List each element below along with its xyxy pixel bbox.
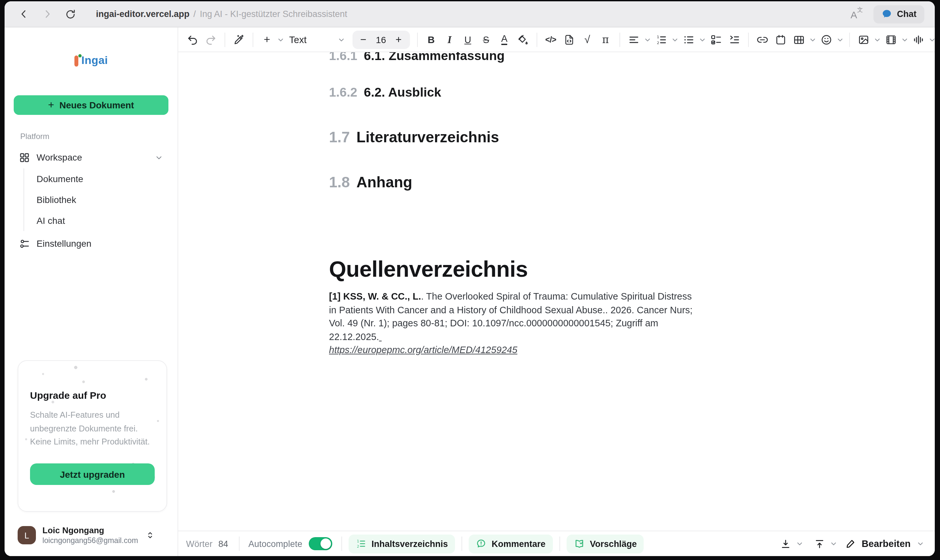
user-menu[interactable]: L Loic Ngongang loicngongang56@gmail.com	[12, 522, 170, 548]
edit-mode-button[interactable]: Bearbeiten	[845, 538, 924, 549]
font-size-increase-button[interactable]: +	[390, 31, 407, 48]
document-canvas[interactable]: 1.6.1 6.1. Zusammenfassung 1.6.2 6.2. Au…	[178, 52, 935, 531]
upgrade-body: Schalte AI-Features und unbegrenzte Doku…	[30, 409, 155, 449]
workspace-sublist: Dokumente Bibliothek AI chat	[23, 168, 170, 231]
word-count: Wörter 84	[182, 539, 232, 549]
doc-heading-anhang[interactable]: 1.8 Anhang	[329, 172, 698, 192]
sidebar-item-ai-chat[interactable]: AI chat	[24, 210, 170, 231]
italic-button[interactable]: I	[441, 31, 458, 48]
logo-icon	[74, 55, 78, 66]
reload-icon[interactable]	[62, 6, 79, 23]
bullet-list-chevron-icon[interactable]	[698, 35, 706, 43]
status-bar: Wörter 84 Autocomplete 12	[178, 531, 935, 556]
chevrons-up-down-icon	[146, 531, 155, 540]
import-icon[interactable]	[811, 536, 827, 552]
font-size-stepper: − 16 +	[352, 30, 409, 49]
bold-button[interactable]: B	[423, 31, 440, 48]
align-icon[interactable]	[625, 31, 642, 48]
redo-button[interactable]	[202, 31, 219, 48]
edit-mode-label: Bearbeiten	[862, 538, 911, 549]
table-chevron-icon[interactable]	[808, 35, 816, 43]
comments-label: Kommentare	[492, 539, 545, 549]
sidebar: Ingai + Neues Dokument Platform Workspac…	[5, 28, 178, 556]
image-icon[interactable]	[855, 31, 872, 48]
sqrt-button[interactable]: √	[579, 31, 595, 48]
translate-icon[interactable]: A文	[851, 8, 863, 20]
doc-heading-literaturverzeichnis[interactable]: 1.7 Literaturverzeichnis	[329, 127, 698, 148]
sliders-icon	[19, 238, 30, 249]
comments-button[interactable]: Kommentare	[469, 534, 552, 553]
emoji-chevron-icon[interactable]	[836, 35, 844, 43]
block-type-chevron-icon	[337, 35, 345, 43]
upgrade-button[interactable]: Jetzt upgraden	[30, 463, 155, 485]
autocomplete-toggle[interactable]	[309, 537, 332, 550]
insert-chevron-icon[interactable]	[277, 35, 285, 43]
einstellungen-label: Einstellungen	[37, 238, 91, 249]
svg-text:1: 1	[357, 539, 359, 543]
sidebar-item-dokumente[interactable]: Dokumente	[24, 168, 170, 189]
back-icon[interactable]	[15, 6, 32, 23]
heading-number: 1.6.1	[329, 52, 357, 64]
toc-label: Inhaltsverzeichnis	[371, 539, 448, 549]
table-icon[interactable]	[790, 31, 807, 48]
chat-button[interactable]: Chat	[874, 5, 924, 23]
url-host: ingai-editor.vercel.app	[96, 9, 190, 19]
highlight-icon[interactable]	[514, 31, 531, 48]
new-document-label: Neues Dokument	[59, 100, 134, 110]
book-check-icon	[574, 538, 585, 549]
block-type-value: Text	[289, 34, 306, 45]
forward-icon[interactable]	[38, 6, 55, 23]
insert-plus-button[interactable]: +	[258, 31, 275, 48]
link-icon[interactable]	[754, 31, 771, 48]
emoji-icon[interactable]	[818, 31, 835, 48]
heading-text: Anhang	[357, 172, 412, 192]
block-type-select[interactable]: Text	[285, 31, 349, 48]
reference-entry[interactable]: [1] KSS, W. & CC., L.. The Overlooked Sp…	[329, 290, 698, 357]
import-chevron-icon[interactable]	[830, 540, 837, 548]
audio-icon[interactable]	[910, 31, 927, 48]
video-icon[interactable]	[882, 31, 899, 48]
bullet-list-icon[interactable]	[680, 31, 697, 48]
align-chevron-icon[interactable]	[643, 35, 651, 43]
date-icon[interactable]	[772, 31, 789, 48]
logo-text: Ingai	[81, 54, 108, 67]
ordered-list-chevron-icon[interactable]	[671, 35, 678, 43]
svg-text:2: 2	[657, 40, 659, 45]
audio-chevron-icon[interactable]	[928, 35, 935, 43]
image-chevron-icon[interactable]	[873, 35, 881, 43]
download-icon[interactable]	[777, 536, 793, 552]
doc-heading-quellenverzeichnis[interactable]: Quellenverzeichnis	[329, 255, 698, 283]
ai-wand-icon[interactable]	[231, 31, 248, 48]
toc-button[interactable]: 12 Inhaltsverzeichnis	[349, 534, 455, 553]
new-document-button[interactable]: + Neues Dokument	[14, 95, 168, 115]
page-title: Ing AI - KI-gestützter Schreibassistent	[200, 9, 347, 19]
code-block-icon[interactable]	[560, 31, 577, 48]
task-list-icon[interactable]	[707, 31, 724, 48]
grid-icon	[19, 152, 30, 163]
address-bar[interactable]: ingai-editor.vercel.app / Ing AI - KI-ge…	[96, 9, 347, 19]
font-size-decrease-button[interactable]: −	[355, 31, 372, 48]
editor-area: + Text − 16 +	[178, 28, 935, 556]
font-size-value: 16	[372, 34, 390, 45]
reference-link[interactable]: https://europepmc.org/article/MED/412592…	[329, 345, 517, 355]
suggestions-button[interactable]: Vorschläge	[566, 534, 644, 553]
sidebar-item-einstellungen[interactable]: Einstellungen	[12, 234, 170, 253]
strikethrough-button[interactable]: S	[477, 31, 494, 48]
ordered-list-icon[interactable]: 12	[652, 31, 669, 48]
sidebar-item-bibliothek[interactable]: Bibliothek	[24, 189, 170, 210]
toggle-list-icon[interactable]	[726, 31, 743, 48]
doc-heading-zusammenfassung[interactable]: 1.6.1 6.1. Zusammenfassung	[329, 52, 698, 64]
undo-button[interactable]	[184, 31, 201, 48]
math-button[interactable]: π	[597, 31, 614, 48]
text-color-button[interactable]: A	[496, 31, 513, 48]
upgrade-title: Upgrade auf Pro	[30, 390, 155, 401]
app-logo: Ingai	[5, 54, 178, 67]
inline-code-button[interactable]: </>	[542, 31, 559, 48]
svg-text:2: 2	[357, 544, 359, 549]
comment-alert-icon	[476, 538, 486, 549]
download-chevron-icon[interactable]	[796, 540, 803, 548]
underline-button[interactable]: U	[459, 31, 476, 48]
doc-heading-ausblick[interactable]: 1.6.2 6.2. Ausblick	[329, 83, 698, 100]
sidebar-item-workspace[interactable]: Workspace	[12, 148, 170, 167]
video-chevron-icon[interactable]	[900, 35, 908, 43]
